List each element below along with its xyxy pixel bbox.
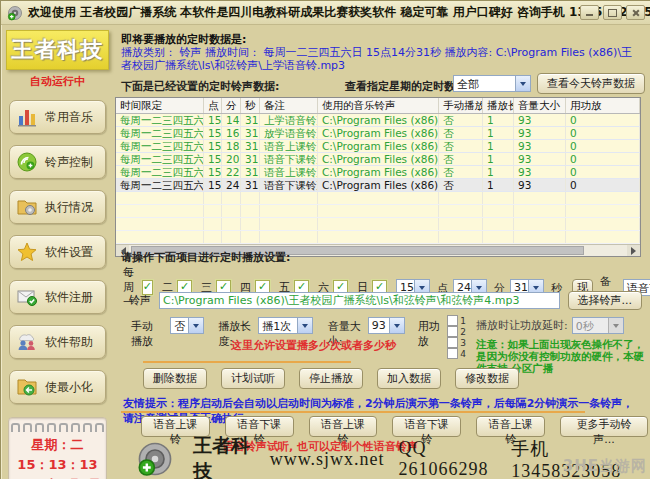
table-cell: 15 bbox=[204, 153, 222, 165]
checkbox-unchecked[interactable] bbox=[447, 348, 458, 359]
table-row[interactable]: 每周一二三四五六日152031语音下课铃声C:\Program Files (x… bbox=[116, 153, 640, 166]
manual-bell-button[interactable]: 更多手动铃声... bbox=[560, 416, 648, 437]
column-header: 备注 bbox=[260, 98, 318, 113]
week-filter-value: 全部 bbox=[454, 76, 515, 91]
checkbox-unchecked[interactable] bbox=[447, 337, 458, 348]
table-cell bbox=[204, 231, 222, 243]
table-cell: 31 bbox=[241, 179, 260, 191]
spiral-binding bbox=[11, 423, 104, 432]
table-cell: C:\Program Files (x86)\王... bbox=[318, 140, 439, 152]
manual-play-value: 否 bbox=[171, 318, 188, 333]
amp-delay-value: 0秒 bbox=[573, 318, 608, 333]
choose-bell-button[interactable]: 选择铃声... bbox=[568, 291, 643, 310]
manual-play-select[interactable]: 否 bbox=[170, 317, 204, 334]
table-cell: 放学语音铃声 bbox=[260, 127, 318, 139]
sidebar-item[interactable]: 软件注册 bbox=[9, 280, 106, 314]
sidebar-item-label: 常用音乐 bbox=[45, 109, 93, 126]
star-icon bbox=[16, 241, 38, 263]
maximize-button[interactable] bbox=[603, 5, 622, 20]
sidebar-item[interactable]: 软件帮助 bbox=[9, 325, 106, 359]
table-row[interactable]: 每周一二三四五六日151831语音上课铃声C:\Program Files (x… bbox=[116, 140, 640, 153]
bell-row: 铃声 选择铃声... bbox=[121, 291, 642, 310]
action-button[interactable]: 加入数据 bbox=[377, 368, 441, 389]
people-icon bbox=[16, 331, 38, 353]
sidebar-item[interactable]: 常用音乐 bbox=[9, 100, 106, 134]
close-icon bbox=[632, 9, 640, 17]
table-cell: 31 bbox=[241, 153, 260, 165]
scroll-right-button[interactable] bbox=[627, 245, 640, 256]
table-header-row: 时间限定点分秒备注使用的音乐铃声手动播放播放长音量大小用功放 bbox=[116, 98, 640, 114]
table-empty-row bbox=[116, 218, 640, 231]
action-button[interactable]: 删除数据 bbox=[143, 368, 207, 389]
table-cell bbox=[204, 192, 222, 204]
play-length-select[interactable]: 播1次 bbox=[258, 317, 313, 334]
speaker-icon bbox=[7, 5, 23, 21]
column-header: 播放长 bbox=[483, 98, 514, 113]
sidebar-item-label: 执行情况 bbox=[45, 199, 93, 216]
table-row[interactable]: 每周一二三四五六日151631放学语音铃声C:\Program Files (x… bbox=[116, 127, 640, 140]
table-row[interactable]: 每周一二三四五六日152231语音上课铃声C:\Program Files (x… bbox=[116, 166, 640, 179]
checkbox-unchecked[interactable] bbox=[447, 315, 458, 326]
schedule-table: 时间限定点分秒备注使用的音乐铃声手动播放播放长音量大小用功放每周一二三四五六日1… bbox=[116, 98, 640, 244]
table-empty-row bbox=[116, 192, 640, 205]
envelope-check-icon bbox=[16, 286, 38, 308]
table-cell bbox=[116, 205, 204, 217]
amp-channel-option[interactable]: 4 bbox=[447, 348, 466, 359]
sidebar-item[interactable]: 使最小化 bbox=[9, 370, 106, 404]
volume-select[interactable]: 93 bbox=[368, 317, 405, 334]
table-section-label: 下面是已经设置的定时铃声数据: bbox=[121, 79, 279, 94]
sidebar-item[interactable]: 软件设置 bbox=[9, 235, 106, 269]
footer-site[interactable]: www.sjwx.net bbox=[270, 449, 385, 470]
bell-control-icon bbox=[16, 151, 38, 173]
sidebar-item[interactable]: 铃声控制 bbox=[9, 145, 106, 179]
amp-label: 用功放 bbox=[418, 317, 441, 349]
chevron-down-icon bbox=[389, 318, 404, 333]
table-cell bbox=[116, 192, 204, 204]
minimize-button[interactable] bbox=[580, 5, 599, 20]
manual-bell-button[interactable]: 语音上课铃 bbox=[476, 416, 545, 437]
table-cell bbox=[116, 218, 204, 230]
action-button[interactable]: 停止播放 bbox=[299, 368, 363, 389]
sidebar-item-label: 铃声控制 bbox=[45, 154, 93, 171]
amp-channel-option[interactable]: 3 bbox=[447, 337, 466, 348]
table-cell bbox=[260, 205, 318, 217]
action-button[interactable]: 计划试听 bbox=[221, 368, 285, 389]
maximize-icon bbox=[608, 9, 617, 17]
view-today-button[interactable]: 查看今天铃声数据 bbox=[537, 73, 645, 94]
table-cell: 15 bbox=[204, 179, 222, 191]
table-row[interactable]: 每周一二三四五六日152431语音下课铃声C:\Program Files (x… bbox=[116, 179, 640, 192]
manual-bell-button[interactable]: 语音上课铃 bbox=[309, 416, 378, 437]
table-cell: 0 bbox=[566, 166, 640, 178]
checkbox-unchecked[interactable] bbox=[447, 326, 458, 337]
folder-gear-icon bbox=[16, 196, 38, 218]
upcoming-detail: 播放类别： 铃声 播放时间： 每周一二三四五六日 15点14分31秒 播放内容:… bbox=[121, 46, 641, 72]
table-cell bbox=[483, 218, 514, 230]
table-cell bbox=[514, 231, 566, 243]
table-cell: 每周一二三四五六日 bbox=[116, 153, 204, 165]
table-row[interactable]: 每周一二三四五六日151431上学语音铃声C:\Program Files (x… bbox=[116, 114, 640, 127]
close-button[interactable] bbox=[626, 5, 645, 20]
filter-label: 查看指定星期的定时数据: bbox=[345, 79, 470, 94]
table-cell: 93 bbox=[514, 179, 566, 191]
action-button[interactable]: 修改数据 bbox=[455, 368, 519, 389]
table-cell: 15 bbox=[204, 114, 222, 126]
column-header: 时间限定 bbox=[116, 98, 204, 113]
bell-path-input[interactable] bbox=[159, 292, 560, 309]
footer-qq: QQ 261066298 bbox=[399, 438, 498, 479]
chevron-down-icon bbox=[608, 318, 623, 333]
table-cell: C:\Program Files (x86)\王... bbox=[318, 179, 439, 191]
manual-bell-button[interactable]: 语音下课铃 bbox=[392, 416, 461, 437]
week-filter-select[interactable]: 全部 bbox=[453, 75, 531, 92]
table-cell: 否 bbox=[439, 179, 483, 191]
amp-channel-option[interactable]: 1 bbox=[447, 315, 466, 326]
table-cell: 0 bbox=[566, 179, 640, 191]
amp-channel-label: 4 bbox=[460, 349, 466, 359]
table-cell: 93 bbox=[514, 166, 566, 178]
table-cell: 每周一二三四五六日 bbox=[116, 114, 204, 126]
table-cell: 93 bbox=[514, 114, 566, 126]
amp-channel-option[interactable]: 2 bbox=[447, 326, 466, 337]
sidebar-items: 常用音乐铃声控制执行情况软件设置软件注册软件帮助使最小化 bbox=[4, 100, 111, 404]
table-cell: 0 bbox=[566, 127, 640, 139]
sidebar-item[interactable]: 执行情况 bbox=[9, 190, 106, 224]
upcoming-heading: 即将要播放的定时数据是: bbox=[121, 32, 246, 47]
